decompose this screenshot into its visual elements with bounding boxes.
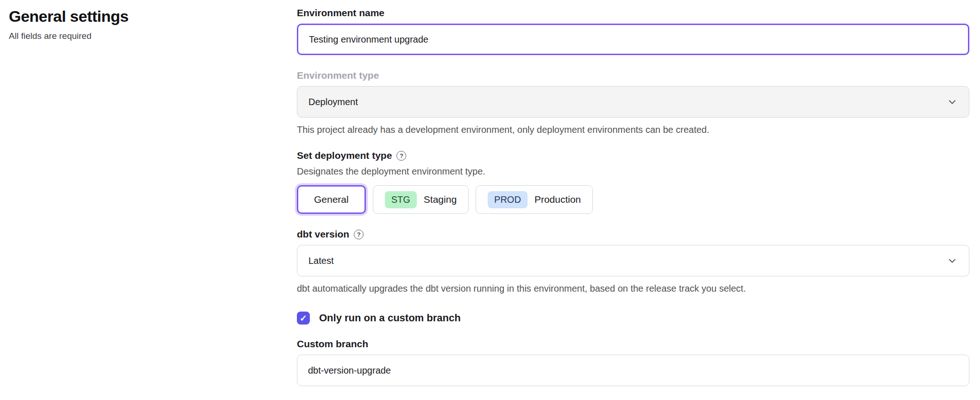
prod-badge: PROD xyxy=(488,191,528,208)
help-icon[interactable]: ? xyxy=(354,230,364,239)
stg-badge: STG xyxy=(385,191,417,208)
chevron-down-icon xyxy=(947,255,958,266)
deployment-type-options: General STG Staging PROD Production xyxy=(297,185,969,214)
custom-branch-checkbox-label[interactable]: Only run on a custom branch xyxy=(319,312,461,324)
environment-name-label: Environment name xyxy=(297,7,969,19)
environment-type-helper: This project already has a development e… xyxy=(297,125,969,135)
staging-label: Staging xyxy=(424,194,457,205)
deployment-type-label-row: Set deployment type ? xyxy=(297,150,969,161)
environment-type-label: Environment type xyxy=(297,70,969,81)
general-label: General xyxy=(314,194,349,205)
deployment-type-general-button[interactable]: General xyxy=(297,185,366,214)
settings-header: General settings All fields are required xyxy=(9,7,128,41)
dbt-version-label-row: dbt version ? xyxy=(297,229,969,240)
dbt-version-value: Latest xyxy=(308,256,333,266)
environment-type-value: Deployment xyxy=(308,97,358,107)
page-subtitle: All fields are required xyxy=(9,31,128,41)
deployment-type-production-button[interactable]: PROD Production xyxy=(476,185,593,214)
chevron-down-icon xyxy=(947,96,958,107)
check-icon: ✓ xyxy=(300,314,307,323)
environment-name-input[interactable] xyxy=(297,24,969,55)
custom-branch-toggle-row: ✓ Only run on a custom branch xyxy=(297,312,969,325)
deployment-type-staging-button[interactable]: STG Staging xyxy=(373,185,469,214)
environment-type-select[interactable]: Deployment xyxy=(297,86,969,118)
dbt-version-label: dbt version xyxy=(297,229,349,240)
environment-settings-form: Environment name Environment type Deploy… xyxy=(297,7,969,386)
deployment-type-label: Set deployment type xyxy=(297,150,392,161)
page-title: General settings xyxy=(9,7,128,25)
custom-branch-checkbox[interactable]: ✓ xyxy=(297,312,310,325)
help-icon[interactable]: ? xyxy=(396,151,406,161)
production-label: Production xyxy=(534,194,581,205)
deployment-type-description: Designates the deployment environment ty… xyxy=(297,166,969,177)
dbt-version-helper: dbt automatically upgrades the dbt versi… xyxy=(297,283,969,294)
custom-branch-label: Custom branch xyxy=(297,338,969,350)
dbt-version-select[interactable]: Latest xyxy=(297,245,969,276)
custom-branch-input[interactable] xyxy=(297,355,969,386)
